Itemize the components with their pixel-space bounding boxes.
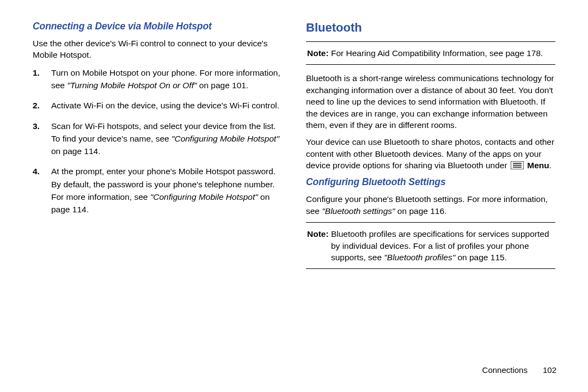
step-text-post: on page 114. (51, 146, 101, 156)
step-reference: "Configuring Mobile Hotspot" (150, 192, 258, 201)
note-body: For Hearing Aid Compatibility Informatio… (329, 48, 543, 58)
step-item: 3. Scan for Wi-Fi hotspots, and select y… (47, 120, 282, 158)
footer-page-number: 102 (543, 365, 556, 375)
page-footer: Connections102 (482, 365, 556, 375)
left-intro: Use the other device's Wi-Fi control to … (33, 38, 282, 61)
note-label: Note: (307, 48, 329, 58)
footer-section: Connections (482, 365, 528, 375)
note-block-top: Note: For Hearing Aid Compatibility Info… (306, 41, 555, 65)
menu-label: Menu (527, 161, 549, 170)
para3-ref: "Bluetooth settings" (322, 206, 395, 216)
step-item: 4. At the prompt, enter your phone's Mob… (47, 165, 282, 216)
step-reference: "Turning Mobile Hotspot On or Off" (67, 81, 197, 90)
note-block-bottom: Note: Bluetooth profiles are specificati… (306, 222, 555, 269)
note-ref: "Bluetooth profiles" (384, 253, 455, 262)
menu-icon (511, 161, 524, 169)
steps-list: 1. Turn on Mobile Hotspot on your phone.… (47, 66, 282, 216)
step-item: 1. Turn on Mobile Hotspot on your phone.… (47, 66, 282, 92)
step-number: 4. (33, 165, 40, 177)
step-reference: "Configuring Mobile Hotspot" (171, 134, 279, 143)
step-item: 2. Activate Wi-Fi on the device, using t… (47, 99, 282, 112)
section-heading: Bluetooth (306, 21, 555, 35)
right-subheading: Configuring Bluetooth Settings (306, 176, 555, 188)
note-text: Note: For Hearing Aid Compatibility Info… (307, 47, 554, 59)
config-para: Configure your phone's Bluetooth setting… (306, 193, 555, 217)
para3-post: on page 116. (395, 206, 447, 216)
para2-post: . (549, 161, 552, 170)
note-body-post: on page 115. (455, 253, 507, 262)
step-text-pre: Activate Wi-Fi on the device, using the … (51, 101, 279, 110)
bluetooth-para2: Your device can use Bluetooth to share p… (306, 136, 555, 171)
step-number: 3. (33, 120, 40, 132)
left-column: Connecting a Device via Mobile Hotspot U… (27, 21, 294, 376)
step-text-post: on page 101. (197, 81, 248, 90)
left-subheading: Connecting a Device via Mobile Hotspot (33, 21, 282, 32)
bluetooth-para1: Bluetooth is a short-range wireless comm… (306, 72, 555, 131)
note-text: Note: Bluetooth profiles are specificati… (307, 228, 554, 263)
right-column: Bluetooth Note: For Hearing Aid Compatib… (294, 21, 561, 376)
step-number: 1. (33, 66, 40, 79)
step-number: 2. (33, 99, 40, 112)
note-label: Note: (307, 229, 329, 238)
